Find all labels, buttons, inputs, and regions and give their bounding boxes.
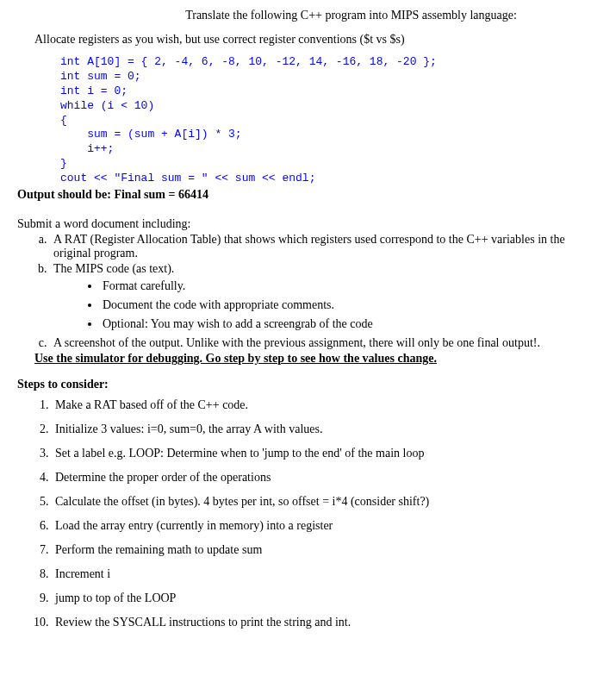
code-line: i++;	[60, 142, 599, 157]
list-item: A RAT (Register Allocation Table) that s…	[50, 233, 599, 260]
list-item: The MIPS code (as text). Format carefull…	[50, 262, 599, 331]
code-line: }	[60, 157, 599, 172]
page-title: Translate the following C++ program into…	[103, 9, 599, 22]
code-line: int A[10] = { 2, -4, 6, -8, 10, -12, 14,…	[60, 55, 599, 70]
code-line: int i = 0;	[60, 84, 599, 99]
list-item: Set a label e.g. LOOP: Determine when to…	[52, 447, 599, 460]
list-item: Review the SYSCALL instructions to print…	[52, 616, 599, 629]
list-item: Perform the remaining math to update sum	[52, 543, 599, 557]
code-line: sum = (sum + A[i]) * 3;	[60, 128, 599, 142]
list-item: Increment i	[52, 567, 599, 581]
use-simulator-note: Use the simulator for debugging. Go step…	[34, 352, 599, 366]
requirements-list: A RAT (Register Allocation Table) that s…	[17, 233, 599, 350]
code-block: int A[10] = { 2, -4, 6, -8, 10, -12, 14,…	[60, 55, 599, 186]
code-line: int sum = 0;	[60, 70, 599, 84]
expected-output: Output should be: Final sum = 66414	[17, 188, 599, 202]
list-item: Optional: You may wish to add a screengr…	[101, 317, 599, 331]
list-item-label: The MIPS code (as text).	[53, 262, 174, 275]
steps-list: Make a RAT based off of the C++ code. In…	[17, 398, 599, 629]
list-item: Document the code with appropriate comme…	[101, 298, 599, 312]
list-item: Load the array entry (currently in memor…	[52, 519, 599, 533]
list-item: Format carefully.	[101, 279, 599, 293]
steps-header: Steps to consider:	[17, 378, 599, 391]
list-item: Determine the proper order of the operat…	[52, 471, 599, 485]
sub-bullets: Format carefully. Document the code with…	[53, 279, 599, 331]
list-item: Make a RAT based off of the C++ code.	[52, 398, 599, 412]
list-item: A screenshot of the output. Unlike with …	[50, 336, 599, 350]
list-item: jump to top of the LOOP	[52, 591, 599, 605]
code-line: {	[60, 114, 599, 128]
code-line: while (i < 10)	[60, 99, 599, 114]
list-item: Calculate the offset (in bytes). 4 bytes…	[52, 495, 599, 509]
code-line: cout << "Final sum = " << sum << endl;	[60, 172, 599, 186]
list-item: Initialize 3 values: i=0, sum=0, the arr…	[52, 422, 599, 436]
allocate-instruction: Allocate registers as you wish, but use …	[34, 33, 599, 47]
submit-intro: Submit a word document including:	[17, 217, 599, 231]
